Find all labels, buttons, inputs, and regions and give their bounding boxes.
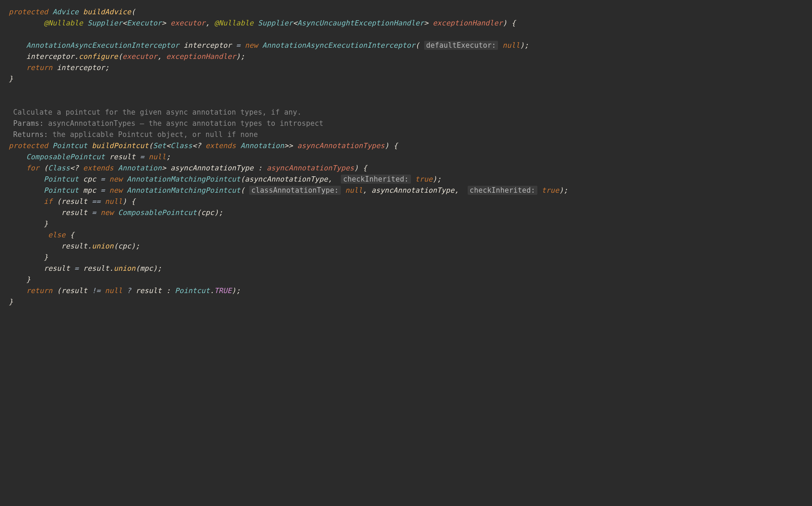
type-Pointcut: Pointcut bbox=[53, 141, 87, 150]
arg-asyncAnnotationType: asyncAnnotationType bbox=[245, 175, 328, 183]
literal-null: null bbox=[148, 153, 166, 161]
arg-exceptionHandler: exceptionHandler bbox=[166, 52, 236, 61]
var-result: result bbox=[61, 197, 87, 206]
arg-cpc: cpc bbox=[201, 208, 214, 217]
type-Annotation: Annotation bbox=[240, 141, 284, 150]
type-Pointcut: Pointcut bbox=[44, 175, 78, 183]
keyword-else: else bbox=[48, 231, 66, 239]
inlay-hint-checkInherited: checkInherited: bbox=[341, 175, 411, 184]
arg-asyncAnnotationType: asyncAnnotationType bbox=[371, 186, 454, 194]
param-exceptionHandler: exceptionHandler bbox=[433, 19, 503, 27]
field-TRUE: TRUE bbox=[214, 286, 232, 295]
type-Pointcut: Pointcut bbox=[175, 286, 210, 295]
var-interceptor: interceptor bbox=[57, 63, 105, 72]
var-result: result bbox=[44, 264, 70, 273]
literal-null: null bbox=[503, 41, 520, 49]
keyword-new: new bbox=[109, 175, 123, 183]
inlay-hint-classAnnotationType: classAnnotationType: bbox=[249, 186, 341, 195]
inlay-hint-checkInherited: checkInherited: bbox=[468, 186, 537, 195]
param-asyncAnnotationTypes: asyncAnnotationTypes bbox=[297, 141, 385, 150]
type-Pointcut: Pointcut bbox=[44, 186, 78, 194]
keyword-extends: extends bbox=[83, 164, 114, 172]
type-Supplier: Supplier bbox=[258, 19, 293, 27]
var-result: result bbox=[136, 286, 162, 295]
var-cpc: cpc bbox=[83, 175, 96, 183]
keyword-if: if bbox=[44, 197, 52, 206]
var-asyncAnnotationType: asyncAnnotationType bbox=[170, 164, 253, 172]
doc-summary: Calculate a pointcut for the given async… bbox=[13, 108, 302, 116]
call-union: union bbox=[92, 242, 114, 250]
param-executor: executor bbox=[170, 19, 205, 27]
type-Advice: Advice bbox=[53, 8, 79, 16]
type-AsyncUncaughtExceptionHandler: AsyncUncaughtExceptionHandler bbox=[297, 19, 424, 27]
keyword-return: return bbox=[26, 63, 52, 72]
arg-mpc: mpc bbox=[140, 264, 153, 273]
call-union: union bbox=[114, 264, 136, 273]
literal-true: true bbox=[542, 186, 559, 194]
code-editor[interactable]: protected Advice buildAdvice( @Nullable … bbox=[0, 0, 812, 307]
method-buildAdvice: buildAdvice bbox=[83, 8, 131, 16]
keyword-for: for bbox=[26, 164, 39, 172]
ref-asyncAnnotationTypes: asyncAnnotationTypes bbox=[267, 164, 354, 172]
ctor-AnnotationMatchingPointcut: AnnotationMatchingPointcut bbox=[127, 175, 240, 183]
annotation-Nullable: @Nullable bbox=[214, 19, 254, 27]
var-interceptor: interceptor bbox=[184, 41, 232, 49]
doc-params-body: asyncAnnotationTypes – the async annotat… bbox=[44, 119, 323, 128]
type-Set: Set bbox=[153, 141, 166, 150]
literal-null: null bbox=[345, 186, 362, 194]
type-AAEI: AnnotationAsyncExecutionInterceptor bbox=[26, 41, 179, 49]
type-Class: Class bbox=[170, 141, 192, 150]
ctor-ComposablePointcut: ComposablePointcut bbox=[118, 208, 197, 217]
literal-null: null bbox=[105, 286, 122, 295]
literal-true: true bbox=[415, 175, 432, 183]
ctor-AAEI: AnnotationAsyncExecutionInterceptor bbox=[262, 41, 415, 49]
var-result: result bbox=[83, 264, 109, 273]
var-result: result bbox=[61, 242, 87, 250]
keyword-new: new bbox=[245, 41, 258, 49]
var-result: result bbox=[61, 208, 87, 217]
annotation-Nullable: @Nullable bbox=[44, 19, 83, 27]
ctor-AnnotationMatchingPointcut: AnnotationMatchingPointcut bbox=[127, 186, 240, 194]
var-result: result bbox=[109, 153, 136, 161]
doc-returns-tag: Returns: bbox=[13, 130, 48, 139]
keyword-protected: protected bbox=[9, 141, 48, 150]
type-Annotation: Annotation bbox=[118, 164, 162, 172]
doc-returns-body: the applicable Pointcut object, or null … bbox=[48, 130, 258, 139]
arg-cpc: cpc bbox=[118, 242, 131, 250]
call-configure: configure bbox=[79, 52, 118, 61]
arg-executor: executor bbox=[122, 52, 157, 61]
literal-null: null bbox=[105, 197, 122, 206]
keyword-new: new bbox=[109, 186, 123, 194]
keyword-extends: extends bbox=[206, 141, 236, 150]
doc-params-tag: Params: bbox=[13, 119, 44, 128]
keyword-new: new bbox=[101, 208, 114, 217]
var-result: result bbox=[61, 286, 87, 295]
inlay-hint-defaultExecutor: defaultExecutor: bbox=[424, 41, 498, 50]
type-ComposablePointcut: ComposablePointcut bbox=[26, 153, 105, 161]
keyword-protected: protected bbox=[9, 8, 48, 16]
type-Class: Class bbox=[48, 164, 70, 172]
type-Supplier: Supplier bbox=[87, 19, 122, 27]
keyword-return: return bbox=[26, 286, 52, 295]
method-buildPointcut: buildPointcut bbox=[92, 141, 148, 150]
var-interceptor: interceptor bbox=[26, 52, 74, 61]
var-mpc: mpc bbox=[83, 186, 96, 194]
type-Executor: Executor bbox=[127, 19, 162, 27]
